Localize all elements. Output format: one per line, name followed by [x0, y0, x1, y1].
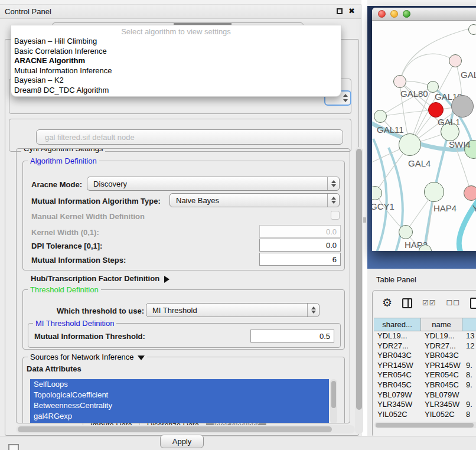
network-canvas[interactable]: GALGAL80GAL10GAL1GAL11GAL4SWI4GCY1HAP4YH… [372, 21, 476, 251]
control-panel-title: Control Panel [0, 7, 51, 16]
threshold-definition-title: Threshold Definition [28, 285, 101, 294]
scrollbar-thumb[interactable] [376, 423, 474, 428]
network-node[interactable] [399, 133, 421, 156]
algorithm-option[interactable]: Bayesian – Hill Climbing [11, 37, 341, 47]
network-view-window[interactable]: GALGAL80GAL10GAL1GAL11GAL4SWI4GCY1HAP4YH… [372, 8, 476, 251]
table-cell: 9. [462, 400, 476, 410]
kernel-width-label: Kernel Width (0,1): [31, 228, 99, 237]
which-threshold-combo[interactable]: MI Threshold [146, 303, 319, 317]
network-node[interactable] [393, 75, 406, 88]
table-row[interactable]: YLR345WYLR345W9. [374, 400, 476, 410]
column-browser-icon[interactable] [402, 298, 412, 308]
network-window-titlebar[interactable] [372, 8, 476, 21]
kernel-width-field[interactable]: 0.0 [259, 225, 341, 238]
network-node[interactable] [468, 24, 476, 35]
table-horizontal-scrollbar[interactable] [374, 422, 476, 428]
node-label: HAP4 [433, 203, 457, 213]
data-attributes-label: Data Attributes [27, 364, 81, 373]
scrollbar-thumb[interactable] [356, 149, 362, 410]
network-node[interactable] [464, 185, 476, 201]
dpi-tolerance-field[interactable]: 0.0 [259, 239, 341, 252]
hub-definition-toggle[interactable]: Hub/Transcription Factor Definition [31, 274, 169, 283]
network-node[interactable] [449, 54, 462, 67]
column-header[interactable]: name [421, 318, 462, 331]
settings-horizontal-scrollbar[interactable] [16, 425, 355, 433]
close-traffic-icon[interactable] [378, 10, 386, 18]
close-icon[interactable]: ✖ [348, 7, 355, 15]
combo-stepper-icon [327, 194, 339, 207]
export-table-icon[interactable] [470, 298, 476, 309]
combo-stepper-icon [327, 177, 339, 190]
manual-kernel-width-label: Manual Kernel Width Definition [31, 212, 145, 221]
table-row[interactable]: YBL079WYBL079W [374, 390, 476, 400]
mi-threshold-field[interactable]: 0.5 [250, 330, 334, 343]
network-node[interactable] [451, 95, 474, 118]
float-window-icon[interactable] [337, 8, 343, 14]
algorithm-option[interactable]: Mutual Information Inference [11, 66, 341, 76]
network-node[interactable] [427, 81, 439, 93]
right-top-strip [367, 0, 476, 6]
mi-threshold-label: Mutual Information Threshold: [34, 332, 145, 341]
gear-icon[interactable]: ⚙ [382, 297, 392, 309]
table-row[interactable]: YDR27...YDR27...12 [374, 341, 476, 351]
which-threshold-label: Which threshold to use: [57, 306, 144, 315]
which-threshold-value: MI Threshold [146, 306, 307, 315]
algorithm-option[interactable]: ARACNE Algorithm [11, 56, 341, 66]
table-cell: YBR043C [374, 351, 421, 361]
column-header[interactable] [462, 318, 476, 331]
network-node[interactable] [428, 102, 444, 118]
table-cell: YBR045C [421, 380, 462, 390]
deselect-all-columns-icon[interactable]: ☐☐ [446, 299, 461, 307]
table-cell: 9. [462, 361, 476, 371]
bottom-status-strip [0, 436, 476, 450]
sources-group-title[interactable]: Sources for Network Inference [28, 353, 147, 361]
mi-algorithm-type-combo[interactable]: Naive Bayes [169, 193, 340, 207]
mi-algorithm-type-label: Mutual Information Algorithm Type: [31, 197, 161, 206]
table-cell: YER054C [421, 370, 462, 380]
data-attributes-list[interactable]: SelfLoopsTopologicalCoefficientBetweenne… [30, 379, 329, 423]
network-node[interactable] [374, 110, 387, 123]
attributes-scrollbar[interactable] [330, 379, 337, 423]
table-cell: 13 [462, 331, 476, 341]
attribute-item[interactable]: SelfLoops [30, 379, 329, 390]
table-row[interactable]: YPR145WYPR145W9. [374, 361, 476, 371]
algorithm-option[interactable]: Basic Correlation Inference [11, 47, 341, 57]
node-label: SWI4 [449, 139, 471, 149]
column-header[interactable]: shared... [374, 318, 421, 331]
minimize-traffic-icon[interactable] [390, 10, 398, 18]
node-label: GAL11 [377, 125, 404, 135]
aracne-mode-value: Discovery [87, 180, 327, 188]
network-data-combo[interactable]: gal filtered.sif default node [36, 129, 343, 145]
table-cell: YIL052C [421, 410, 462, 417]
manual-kernel-width-checkbox[interactable] [331, 211, 340, 220]
scrollbar-thumb[interactable] [331, 381, 336, 408]
table-row[interactable]: YBR045CYBR045C9. [374, 380, 476, 390]
apply-button[interactable]: Apply [160, 435, 204, 448]
algorithm-option[interactable]: Bayesian – K2 [11, 76, 341, 86]
attribute-item[interactable]: TopologicalCoefficient [30, 390, 329, 400]
algorithm-option[interactable]: Dream8 DC_TDC Algorithm [11, 86, 341, 96]
network-node[interactable] [424, 182, 444, 202]
node-label: Y [472, 203, 476, 213]
minimized-panel-icon[interactable] [8, 444, 19, 450]
table-cell: YPR145W [421, 361, 462, 371]
settings-vertical-scrollbar[interactable] [355, 147, 363, 434]
network-node[interactable] [399, 225, 413, 239]
algorithm-definition-title: Algorithm Definition [28, 156, 99, 165]
node-label: GCY1 [372, 201, 395, 211]
table-row[interactable]: YIL052CYIL052C8 [374, 410, 476, 417]
scrollbar-thumb[interactable] [18, 426, 332, 432]
table-row[interactable]: YER054CYER054C8. [374, 370, 476, 380]
sources-group-label: Sources for Network Inference [30, 353, 134, 361]
table-row[interactable]: YDL19...YDL19...13 [374, 331, 476, 341]
table-row[interactable]: YBR043CYBR043C [374, 351, 476, 361]
aracne-mode-combo[interactable]: Discovery [87, 177, 340, 191]
select-all-columns-icon[interactable]: ☑☑ [422, 299, 436, 307]
network-desktop: GALGAL80GAL10GAL1GAL11GAL4SWI4GCY1HAP4YH… [367, 6, 476, 269]
table-cell: YPR145W [374, 361, 421, 371]
algorithm-definition-group: Algorithm Definition Aracne Mode: Discov… [22, 161, 345, 270]
attribute-item[interactable]: gal4RGexp [30, 411, 329, 422]
mi-steps-field[interactable]: 6 [259, 253, 341, 266]
zoom-traffic-icon[interactable] [403, 10, 410, 18]
attribute-item[interactable]: BetweennessCentrality [30, 400, 329, 411]
